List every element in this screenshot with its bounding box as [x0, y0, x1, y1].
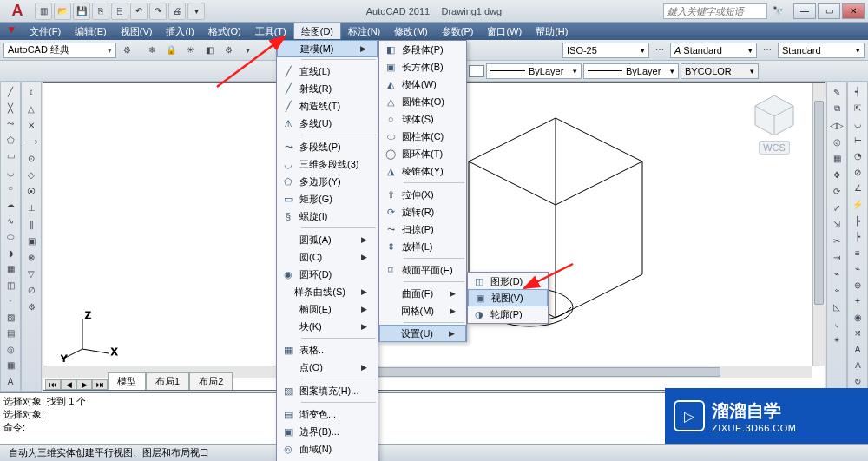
polygon-icon[interactable]: ⬠: [2, 133, 19, 148]
menuitem-建模(M)[interactable]: 建模(M)▶: [277, 40, 378, 57]
menuitem-圆(C)[interactable]: 圆(C)▶: [277, 248, 378, 266]
layer-sun-icon[interactable]: ☀: [181, 42, 199, 59]
scale-icon[interactable]: ⤢: [828, 200, 845, 215]
qat-print2-icon[interactable]: 🖨: [168, 3, 186, 20]
circle-icon[interactable]: ○: [2, 181, 19, 196]
qat-open-icon[interactable]: 📂: [54, 3, 71, 20]
dim-spc-icon[interactable]: ≡: [849, 245, 866, 260]
setup-submenu[interactable]: ◫图形(D)▣视图(V)◑轮廓(P): [467, 272, 549, 324]
wcs-label[interactable]: WCS: [759, 141, 790, 155]
osnap-ext-icon[interactable]: ⟶: [23, 134, 40, 149]
qat-new-icon[interactable]: ▥: [35, 3, 52, 20]
maximize-button[interactable]: ▭: [818, 3, 840, 19]
qat-undo-icon[interactable]: ↶: [130, 3, 148, 20]
menuitem-长方体(B)[interactable]: ▣长方体(B): [379, 58, 466, 76]
layer-chev-icon[interactable]: ▾: [239, 42, 256, 59]
menuitem-圆环体(T)[interactable]: ◯圆环体(T): [379, 145, 466, 162]
ellipse-icon[interactable]: ⬭: [2, 229, 19, 245]
osnap-per-icon[interactable]: ⊥: [23, 200, 40, 215]
dim-dia-icon[interactable]: ⊘: [849, 165, 866, 181]
osnap-set-icon[interactable]: ⚙: [23, 299, 40, 314]
menuitem-楔体(W)[interactable]: ◭楔体(W): [379, 76, 466, 93]
tol-icon[interactable]: ⊕: [849, 277, 866, 293]
menu-帮助(H)[interactable]: 帮助(H): [529, 23, 575, 39]
cen-icon[interactable]: +: [849, 293, 866, 309]
dim-brk-icon[interactable]: ⌁: [849, 261, 866, 277]
textstyle-combo[interactable]: AStandard: [670, 43, 757, 58]
dim-lin-icon[interactable]: ┥: [849, 84, 866, 100]
model-tab-布局1[interactable]: 布局1: [146, 372, 189, 390]
menuitem-网格(M)[interactable]: 网格(M)▶: [379, 302, 466, 319]
qat-print-icon[interactable]: ⌸: [111, 3, 128, 20]
menuitem-块(K)[interactable]: 块(K)▶: [277, 318, 378, 335]
xline-icon[interactable]: ╳: [2, 101, 19, 116]
osnap-qua-icon[interactable]: ◇: [23, 167, 40, 182]
modeling-submenu[interactable]: ◧多段体(P)▣长方体(B)◭楔体(W)△圆锥体(O)○球体(S)⬭圆柱体(C)…: [378, 40, 467, 342]
lineweight-combo[interactable]: ByLayer: [583, 63, 679, 79]
dimedit-icon[interactable]: A: [849, 342, 866, 358]
dimstyle-combo[interactable]: ISO-25: [562, 43, 649, 58]
block-icon[interactable]: ◫: [2, 277, 19, 293]
arc-icon[interactable]: ◡: [2, 165, 19, 181]
qat-save-icon[interactable]: 💾: [73, 3, 90, 20]
revcloud-icon[interactable]: ☁: [2, 197, 19, 213]
scrollbar-vertical[interactable]: [812, 83, 825, 366]
point-icon[interactable]: ·: [2, 293, 19, 309]
menuitem-圆柱体(C)[interactable]: ⬭圆柱体(C): [379, 128, 466, 145]
menuitem-轮廓(P)[interactable]: ◑轮廓(P): [468, 306, 548, 323]
ws-gear-icon[interactable]: ⚙: [118, 42, 135, 59]
menuitem-多边形(Y)[interactable]: ⬠多边形(Y): [277, 173, 378, 190]
menu-文件(F)[interactable]: 文件(F): [23, 23, 68, 39]
layer-lock-icon[interactable]: 🔒: [162, 42, 180, 59]
osnap-mid-icon[interactable]: △: [23, 101, 40, 116]
osnap-par-icon[interactable]: ∥: [23, 216, 40, 232]
app-logo[interactable]: A: [3, 2, 31, 21]
osnap-cen-icon[interactable]: ⊙: [23, 150, 40, 166]
dim-arc-icon[interactable]: ◡: [849, 116, 866, 132]
menuitem-构造线(T)[interactable]: ╱构造线(T): [277, 97, 378, 115]
menuitem-视图(V)[interactable]: ▣视图(V): [468, 289, 548, 306]
qat-chev-down-icon[interactable]: ▾: [187, 3, 205, 20]
dim-more-icon[interactable]: ⋯: [651, 42, 668, 59]
array-icon[interactable]: ▦: [828, 150, 845, 166]
rect-icon[interactable]: ▭: [2, 148, 19, 164]
dim-con-icon[interactable]: ┝: [849, 229, 866, 245]
menuitem-矩形(G)[interactable]: ▭矩形(G): [277, 190, 378, 207]
help-search-input[interactable]: [663, 3, 767, 19]
osnap-int-icon[interactable]: ✕: [23, 117, 40, 133]
qat-redo-icon[interactable]: ↷: [149, 3, 167, 20]
menu-标注(N)[interactable]: 标注(N): [341, 23, 387, 39]
menu-工具(T)[interactable]: 工具(T): [248, 23, 293, 39]
menuitem-表格...[interactable]: ▦表格...: [277, 341, 378, 359]
menuitem-圆环(D)[interactable]: ◉圆环(D): [277, 266, 378, 283]
menuitem-截面平面(E)[interactable]: ⌑截面平面(E): [379, 261, 466, 279]
menuitem-曲面(F)[interactable]: 曲面(F)▶: [379, 285, 466, 302]
menuitem-边界(B)...[interactable]: ▣边界(B)...: [277, 423, 378, 440]
minimize-button[interactable]: —: [793, 3, 816, 19]
dim-bas-icon[interactable]: ┣: [849, 213, 866, 228]
menuitem-样条曲线(S)[interactable]: 样条曲线(S)▶: [277, 283, 378, 300]
dimupd-icon[interactable]: ↻: [849, 374, 866, 390]
osnap-end-icon[interactable]: ⟟: [23, 84, 40, 100]
menuitem-放样(L)[interactable]: ⇕放样(L): [379, 238, 466, 255]
offset-icon[interactable]: ◎: [828, 134, 845, 149]
linetype-combo[interactable]: ByLayer: [486, 63, 582, 79]
dimted-icon[interactable]: Ạ: [849, 358, 866, 373]
stretch-icon[interactable]: ⇲: [828, 216, 845, 232]
menuitem-螺旋(I)[interactable]: §螺旋(I): [277, 207, 378, 225]
plotstyle-combo[interactable]: BYCOLOR: [681, 63, 759, 79]
menuitem-渐变色...[interactable]: ▤渐变色...: [277, 405, 378, 423]
hatch-icon[interactable]: ▨: [2, 309, 19, 325]
chamfer-icon[interactable]: ◺: [828, 299, 845, 314]
explode-icon[interactable]: ✴: [828, 332, 845, 347]
osnap-ins-icon[interactable]: ▣: [23, 233, 40, 248]
pline-icon[interactable]: ⤳: [2, 116, 19, 132]
dim-qck-icon[interactable]: ⚡: [849, 197, 866, 213]
menu-插入(I)[interactable]: 插入(I): [159, 23, 201, 39]
extend-icon[interactable]: ⇥: [828, 249, 845, 265]
menu-绘图(D)[interactable]: 绘图(D): [293, 23, 341, 39]
move-icon[interactable]: ✥: [828, 167, 845, 182]
menu-视图(V)[interactable]: 视图(V): [114, 23, 160, 39]
menuitem-三维多段线(3)[interactable]: ◡三维多段线(3): [277, 155, 378, 173]
tab-nav[interactable]: ⏮◀▶⏭: [45, 379, 108, 390]
